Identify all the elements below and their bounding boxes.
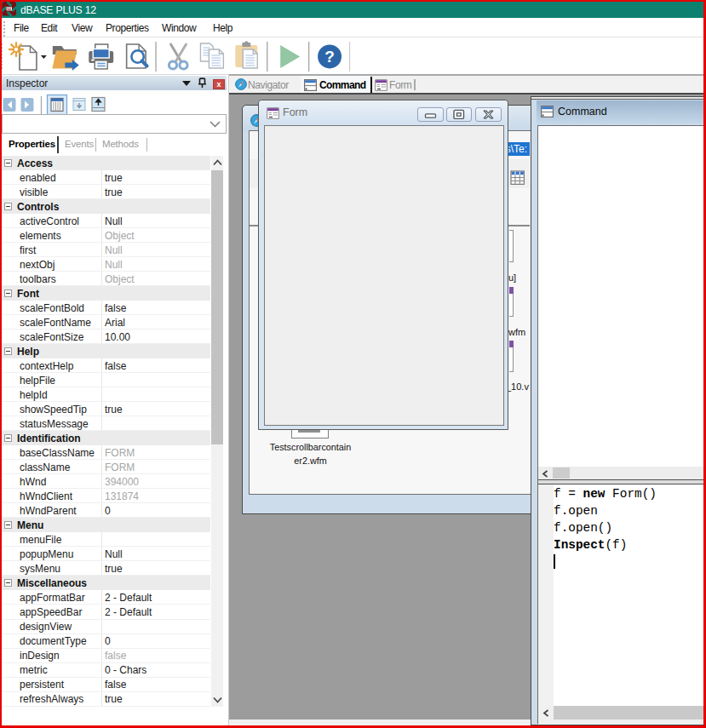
svg-text:?: ? — [324, 48, 335, 66]
